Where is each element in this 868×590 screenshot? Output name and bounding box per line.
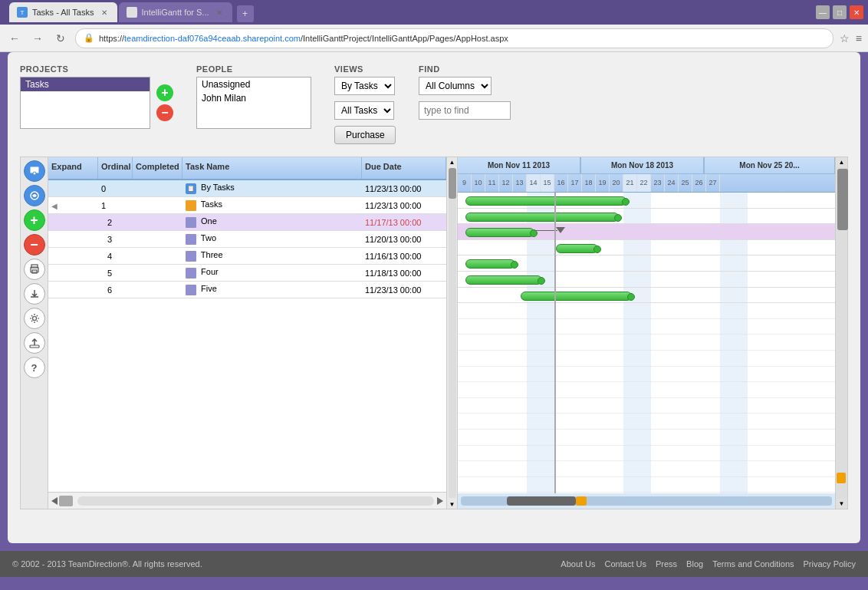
collapse-icon[interactable]: ◀ [51,202,58,210]
table-row[interactable]: 2 One 11/17/13 00:00 [48,214,446,231]
add-tool-button[interactable]: + [24,209,45,231]
find-columns-select[interactable]: All Columns [419,77,492,95]
tab-close-tasks[interactable]: ✕ [99,7,110,18]
scroll-left-arrow[interactable] [51,497,58,505]
gantt-row-0 [458,193,835,209]
gantt-bar-0[interactable] [465,196,626,206]
task-icon-6 [186,285,196,295]
views-select-2[interactable]: All Tasks [334,101,394,120]
cell-completed-1 [133,204,182,207]
grid-vertical-scrollbar[interactable]: ▲ ▼ [447,157,458,509]
table-row[interactable]: 3 Two 11/20/13 00:00 [48,231,446,248]
cell-ordinal-5: 5 [98,267,133,279]
grid-scroll-bar[interactable] [48,492,446,509]
scroll-right-arrow[interactable] [437,497,443,505]
window-minimize-button[interactable]: — [816,5,830,19]
view-tool-button[interactable] [24,160,45,182]
upload-tool-button[interactable] [24,332,45,354]
gantt-bar-1[interactable] [465,213,619,222]
views-section: VIEWS By Tasks All Tasks Purchase [334,64,396,144]
tag-tool-button[interactable] [24,185,45,206]
new-tab-button[interactable]: + [237,5,254,22]
cell-completed-4 [133,255,182,258]
gantt-day-11: 11 [485,174,499,192]
gantt-horizontal-scroll[interactable] [458,493,835,509]
gantt-bar-6[interactable] [521,292,632,301]
grid-header: Expand Ordinal Completed Task Name Due D… [48,157,446,180]
people-section: PEOPLE Unassigned John Milan [196,64,311,129]
cell-expand-1: ◀ [48,199,98,212]
settings-tool-button[interactable] [24,308,45,329]
table-row[interactable]: 5 Four 11/18/13 00:00 [48,265,446,282]
footer-copyright: © 2002 - 2013 TeamDirection®. All rights… [12,559,202,569]
cell-expand-2 [48,221,98,224]
bar-end-circle [614,214,622,222]
vert-scroll-up[interactable]: ▲ [836,157,847,167]
views-select-1[interactable]: By Tasks [334,77,395,95]
gantt-row-4 [458,255,835,272]
table-row[interactable]: ◀ 1 Tasks 11/23/13 00:00 [48,197,446,214]
scroll-track[interactable] [77,496,434,506]
people-item-john[interactable]: John Milan [197,91,311,105]
cell-expand-5 [48,272,98,275]
people-item-unassigned[interactable]: Unassigned [197,77,311,91]
add-project-button[interactable]: + [156,84,173,101]
footer-link-press[interactable]: Press [656,559,677,569]
forward-button[interactable]: → [29,30,46,47]
table-row[interactable]: 6 Five 11/23/13 00:00 [48,282,446,298]
footer-link-blog[interactable]: Blog [686,559,703,569]
download-tool-button[interactable] [24,283,45,305]
tab-tasks[interactable]: T Tasks - All Tasks ✕ [9,2,117,22]
gantt-row-2 [458,224,835,240]
projects-list[interactable]: Tasks [20,77,150,129]
footer-link-terms[interactable]: Terms and Conditions [712,559,794,569]
gantt-bar-4[interactable] [465,259,515,269]
back-button[interactable]: ← [6,30,23,47]
remove-tool-button[interactable]: − [24,234,45,255]
footer-link-privacy[interactable]: Privacy Policy [804,559,856,569]
people-list[interactable]: Unassigned John Milan [196,77,311,129]
reload-button[interactable]: ↻ [52,30,69,47]
gantt-bar-2[interactable] [465,228,534,237]
gantt-empty-row [458,303,835,319]
print-tool-button[interactable] [24,259,45,280]
table-row[interactable]: 0 📋 By Tasks 11/23/13 00:00 [48,180,446,197]
window-maximize-button[interactable]: □ [833,5,847,19]
scroll-up-arrow[interactable]: ▲ [448,157,457,166]
gantt-bar-5[interactable] [465,275,542,285]
table-row[interactable]: 4 Three 11/16/13 00:00 [48,248,446,265]
cell-completed-2 [133,221,182,224]
scroll-down-arrow[interactable]: ▼ [448,499,457,509]
footer-link-about[interactable]: About Us [561,559,595,569]
col-header-ordinal: Ordinal [98,157,133,179]
address-bar[interactable]: 🔒 https://teamdirection-daf076a94ceaab.s… [75,28,833,48]
purchase-button[interactable]: Purchase [334,126,396,144]
bar-end-circle [511,261,518,269]
scroll-track-vertical[interactable] [449,168,456,498]
vert-scroll-down[interactable]: ▼ [836,499,847,509]
cell-duedate-5: 11/18/13 00:00 [362,267,446,279]
projects-list-item-tasks[interactable]: Tasks [21,77,150,91]
cell-completed-0 [133,187,182,190]
cell-taskname-4: Three [182,249,362,262]
gantt-vertical-scrollbar[interactable]: ▲ ▼ [835,157,847,509]
remove-project-button[interactable]: − [156,104,173,121]
footer-links: About Us Contact Us Press Blog Terms and… [561,559,856,569]
url-text: https://teamdirection-daf076a94ceaab.sha… [99,34,508,43]
gantt-scroll-thumb [507,496,576,506]
footer-link-contact[interactable]: Contact Us [605,559,646,569]
find-input[interactable] [419,101,511,120]
task-grid: Expand Ordinal Completed Task Name Due D… [48,157,447,509]
projects-box: Tasks + − [20,77,173,129]
more-icon[interactable]: ≡ [856,32,862,44]
bookmark-icon[interactable]: ☆ [840,32,850,44]
tab-close-intelligantt[interactable]: ✕ [214,7,225,18]
tab-intelligantt[interactable]: IntelliGantt for S... ✕ [119,2,232,22]
vert-scroll-thumb [837,169,848,230]
grid-body: 0 📋 By Tasks 11/23/13 00:00 ◀ 1 [48,180,446,492]
vert-scroll-track[interactable] [836,167,847,499]
gantt-bar-3[interactable] [556,244,598,253]
help-tool-button[interactable]: ? [24,357,45,378]
gantt-empty-row [458,398,835,414]
window-close-button[interactable]: ✕ [850,5,863,19]
